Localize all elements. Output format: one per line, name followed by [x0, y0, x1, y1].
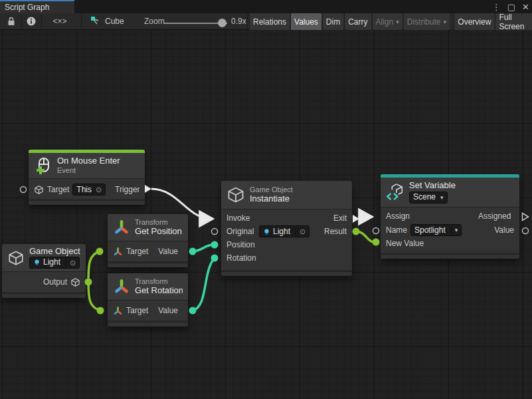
port-instantiate-result[interactable]: [353, 228, 360, 235]
port-get-rotation-value[interactable]: [189, 307, 197, 315]
game-object-field[interactable]: Light ⊙: [29, 257, 80, 269]
toolbar-separator: [21, 14, 22, 29]
dim-button[interactable]: Dim: [322, 13, 343, 30]
port-assigned-out[interactable]: [523, 213, 529, 221]
maximize-icon[interactable]: ▢: [507, 2, 515, 12]
wire-exit-to-assign[interactable]: [360, 217, 371, 219]
node-category: Transform: [135, 218, 183, 227]
object-picker-icon[interactable]: ⊙: [66, 259, 76, 267]
distribute-button[interactable]: Distribute ▾: [403, 13, 450, 30]
close-icon[interactable]: ✕: [522, 2, 529, 12]
node-footer: [29, 200, 145, 205]
toolbar-gap: [450, 13, 453, 30]
menu-icon[interactable]: ⋮: [492, 2, 501, 12]
port-row-new-value: New Value: [381, 237, 519, 250]
port-row-target: Target Value: [108, 243, 188, 259]
relations-button[interactable]: Relations: [249, 13, 290, 30]
graph-context[interactable]: Cube: [90, 15, 124, 28]
inspect-button[interactable]: [23, 15, 40, 28]
graph-canvas[interactable]: On Mouse Enter Event Target This ⊙: [0, 30, 532, 399]
port-on-mouse-enter-target[interactable]: [21, 187, 27, 193]
target-value: This: [76, 185, 92, 194]
node-title: Get Rotation: [135, 286, 183, 296]
value-label: Value: [158, 306, 178, 315]
result-label: Result: [324, 227, 347, 236]
node-footer: [108, 263, 188, 267]
dim-label: Dim: [326, 17, 340, 27]
zoom-label: Zoom: [144, 17, 165, 26]
carry-button[interactable]: Carry: [344, 13, 371, 30]
node-title: Get Position: [135, 227, 183, 237]
port-instantiate-original[interactable]: [212, 229, 218, 235]
target-label: Target: [47, 185, 69, 194]
target-label: Target: [126, 247, 148, 256]
node-footer: [221, 271, 352, 276]
light-icon: [263, 228, 270, 235]
light-icon: [33, 259, 41, 266]
port-instantiate-rotation[interactable]: [211, 255, 219, 262]
port-get-position-value[interactable]: [189, 248, 197, 255]
port-exit-out[interactable]: [353, 215, 359, 223]
overview-label: Overview: [458, 17, 491, 27]
node-instantiate[interactable]: Game Object Instantiate Invoke Exit Orig…: [221, 181, 352, 276]
align-label: Align: [376, 17, 394, 27]
object-picker-icon[interactable]: ⊙: [296, 227, 306, 236]
wire-output-to-targets[interactable]: [88, 251, 100, 311]
edit-script-button[interactable]: <×>: [43, 15, 77, 28]
scope-value: Scene: [413, 193, 436, 202]
rotation-label: Rotation: [226, 253, 257, 263]
variable-scope-dropdown[interactable]: Scene ▾: [409, 192, 448, 203]
overview-button[interactable]: Overview: [454, 13, 494, 30]
wire-rotation-value[interactable]: [193, 259, 214, 311]
align-button[interactable]: Align ▾: [372, 13, 402, 30]
wire-result-to-new-value[interactable]: [356, 231, 375, 242]
transform-icon: [113, 219, 130, 236]
values-button[interactable]: Values: [290, 13, 321, 30]
object-value: Light: [43, 258, 60, 267]
assigned-label: Assigned: [478, 211, 514, 221]
assign-label: Assign: [386, 211, 411, 221]
port-row-output: Output: [2, 274, 86, 290]
port-trigger-out[interactable]: [145, 185, 151, 193]
zoom-value: 0.9x: [231, 17, 246, 26]
node-get-rotation[interactable]: Transform Get Rotation Target Value: [108, 273, 188, 327]
node-on-mouse-enter[interactable]: On Mouse Enter Event Target This ⊙: [29, 150, 145, 205]
port-game-object-output[interactable]: [85, 279, 92, 286]
port-get-rotation-target[interactable]: [97, 307, 104, 315]
object-picker-icon[interactable]: ⊙: [94, 186, 102, 194]
name-value: Spotlight: [414, 225, 446, 235]
tab-bar: Script Graph ⋮ ▢ ✕: [0, 0, 532, 13]
variable-name-dropdown[interactable]: Spotlight ▾: [410, 224, 462, 236]
value-label: Value: [494, 225, 514, 235]
tab-script-graph[interactable]: Script Graph: [0, 0, 74, 13]
port-row-assign: Assign Assigned: [381, 209, 519, 223]
carry-label: Carry: [348, 17, 367, 27]
transform-icon: [113, 306, 123, 316]
info-icon: [26, 16, 37, 27]
script-graph-window: Script Graph ⋮ ▢ ✕ <×>: [0, 0, 532, 399]
wire-position-value[interactable]: [193, 245, 213, 251]
port-get-position-target[interactable]: [96, 248, 104, 255]
full-screen-label: Full Screen: [499, 13, 529, 31]
node-get-position[interactable]: Transform Get Position Target Value: [108, 214, 188, 267]
invoke-label: Invoke: [226, 213, 253, 223]
target-object-field[interactable]: This ⊙: [72, 184, 106, 196]
chevron-down-icon: ▾: [396, 19, 399, 25]
node-set-variable[interactable]: Set Variable Scene ▾ Assign Assigned Nam…: [381, 174, 519, 259]
port-row-original: Original Light ⊙ Result: [221, 225, 352, 238]
full-screen-button[interactable]: Full Screen: [495, 13, 532, 30]
lock-button[interactable]: [3, 15, 20, 28]
zoom-slider-handle[interactable]: [218, 19, 226, 27]
node-category: Transform: [135, 277, 183, 286]
port-instantiate-position[interactable]: [211, 241, 219, 249]
window-controls: ⋮ ▢ ✕: [492, 0, 529, 13]
port-set-variable-new-value[interactable]: [373, 239, 380, 246]
port-set-variable-value-out[interactable]: [523, 228, 529, 234]
distribute-label: Distribute: [407, 17, 441, 27]
transform-icon: [113, 247, 123, 257]
mouse-enter-icon: [34, 156, 52, 175]
original-object-field[interactable]: Light ⊙: [259, 225, 310, 237]
node-game-object[interactable]: Game Object Light ⊙ Output: [2, 244, 86, 298]
exit-label: Exit: [333, 213, 347, 223]
port-set-variable-name[interactable]: [373, 228, 379, 234]
